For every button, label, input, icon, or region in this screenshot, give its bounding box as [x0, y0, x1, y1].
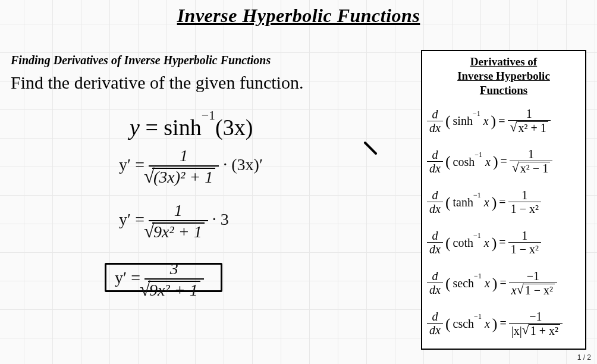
equation-exp: −1: [202, 108, 215, 123]
equation-arg: 3x: [223, 115, 246, 140]
page-title: Inverse Hyperbolic Functions: [0, 5, 597, 27]
formula-row-coth: ddx (coth−1 x) = 1 1 − x²: [427, 222, 580, 263]
formula-row-csch: ddx (csch−1 x) = −1 |x|1 + x²: [427, 303, 580, 344]
work-line-3-final: y′ = 3 9x² + 1: [105, 261, 222, 299]
section-subtitle: Finding Derivatives of Inverse Hyperboli…: [11, 54, 271, 67]
equation-fn: sinh: [164, 115, 201, 140]
reference-panel: Derivatives of Inverse Hyperbolic Functi…: [421, 50, 586, 350]
formula-row-cosh: ddx (cosh−1 x) = 1 x² − 1: [427, 141, 580, 181]
equation-lhs: y: [130, 115, 140, 140]
given-equation: y = sinh−1(3x): [130, 114, 253, 140]
work-line-2: y′ = 1 9x² + 1 · 3: [119, 202, 229, 240]
formula-row-sinh: ddx (sinh−1 x) = 1 x² + 1: [427, 101, 580, 141]
formula-row-tanh: ddx (tanh−1 x) = 1 1 − x²: [427, 182, 580, 222]
panel-title: Derivatives of Inverse Hyperbolic Functi…: [427, 55, 580, 97]
formula-row-sech: ddx (sech−1 x) = −1 x1 − x²: [427, 263, 580, 303]
page-indicator: 1 / 2: [577, 353, 591, 362]
problem-prompt: Find the derivative of the given functio…: [11, 73, 303, 93]
work-line-1: y′ = 1 (3x)² + 1 · (3x)′: [119, 148, 263, 186]
